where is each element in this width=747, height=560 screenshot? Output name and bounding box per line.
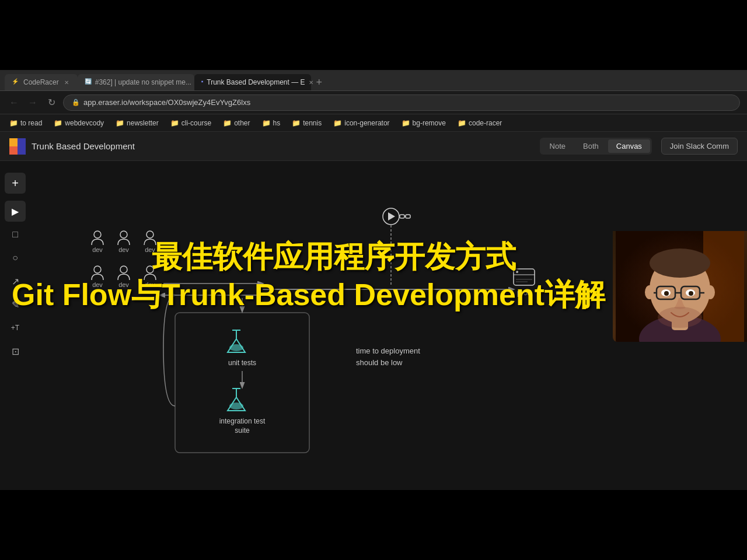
svg-rect-37 [400, 215, 404, 218]
app-logo: Trunk Based Development [9, 138, 135, 155]
svg-point-5 [120, 231, 127, 238]
svg-point-17 [229, 344, 243, 351]
bookmark-to-read[interactable]: 📁 to read [5, 118, 47, 128]
bookmark-label-bg-remove: bg-remove [413, 119, 446, 127]
app-area: Trunk Based Development Note Both Canvas… [0, 132, 747, 490]
back-button[interactable]: ← [7, 96, 21, 110]
tab-eraser[interactable]: ▪ Trunk Based Development — E ✕ [194, 74, 311, 90]
forward-button[interactable]: → [26, 96, 40, 110]
tab-favicon-eraser: ▪ [201, 78, 204, 86]
svg-point-52 [650, 249, 710, 278]
app-title: Trunk Based Development [32, 141, 135, 151]
canvas-area[interactable]: + ▶ □ ○ ↗ ✎ +T ⊡ dev [0, 161, 747, 490]
bookmark-cli-course[interactable]: 📁 cli-course [166, 118, 216, 128]
black-bar-bottom [0, 490, 747, 560]
refresh-button[interactable]: ↻ [44, 96, 58, 110]
svg-point-3 [94, 231, 101, 238]
new-tab-button[interactable]: + [311, 74, 327, 90]
svg-text:integration test: integration test [219, 417, 266, 425]
left-toolbar: + ▶ □ ○ ↗ ✎ +T ⊡ [5, 173, 26, 362]
bookmark-label-icon-gen: icon-generator [344, 119, 389, 127]
webcam-overlay [613, 231, 747, 342]
app-toolbar: Trunk Based Development Note Both Canvas… [0, 132, 747, 161]
overlay-text-line1: 最佳软件应用程序开发方式 [152, 237, 516, 278]
bookmark-bg-remove[interactable]: 📁 bg-remove [397, 118, 451, 128]
tab-coderacer[interactable]: ⚡ CodeRacer ✕ [5, 74, 78, 90]
bookmark-code-racer[interactable]: 📁 code-racer [453, 118, 507, 128]
tab-label-coderacer: CodeRacer [23, 78, 59, 86]
svg-text:dev: dev [92, 246, 103, 253]
bookmark-tennis[interactable]: 📁 tennis [287, 118, 326, 128]
bookmark-label-to-read: to read [20, 119, 42, 127]
view-btn-canvas[interactable]: Canvas [608, 139, 650, 153]
bookmark-label-other: other [234, 119, 250, 127]
browser-window: ⚡ CodeRacer ✕ 🔄 #362] | update no snippe… [0, 70, 747, 490]
tab-favicon-coderacer: ⚡ [12, 78, 20, 86]
webcam-background [613, 231, 747, 342]
text-tool-button[interactable]: +T [5, 317, 26, 338]
tab-label-github: #362] | update no snippet me... [95, 78, 191, 86]
svg-marker-36 [388, 212, 395, 220]
tab-github[interactable]: 🔄 #362] | update no snippet me... ✕ [78, 74, 194, 90]
bookmark-label-code-racer: code-racer [469, 119, 502, 127]
svg-point-21 [229, 402, 243, 410]
bookmark-icon-webdevcody: 📁 [54, 119, 62, 127]
view-btn-both[interactable]: Both [575, 139, 607, 153]
bookmark-icon-gen[interactable]: 📁 icon-generator [329, 118, 394, 128]
bookmark-label-tennis: tennis [303, 119, 322, 127]
tab-close-coderacer[interactable]: ✕ [62, 78, 71, 86]
svg-point-62 [664, 291, 669, 296]
overlay-text-line2: Git Flow与Trunk-Based Development详解 [12, 275, 605, 316]
address-input[interactable]: 🔒 app.eraser.io/workspace/OX0swjeZy4EvYv… [63, 94, 740, 111]
bookmark-other[interactable]: 📁 other [218, 118, 254, 128]
bookmark-newsletter[interactable]: 📁 newsletter [111, 118, 163, 128]
bookmark-icon-tennis: 📁 [292, 119, 301, 127]
bookmark-icon-cli: 📁 [170, 119, 179, 127]
svg-rect-0 [9, 146, 18, 155]
svg-point-63 [689, 291, 693, 296]
bookmark-hs[interactable]: 📁 hs [257, 118, 285, 128]
bookmark-icon-icon-gen: 📁 [333, 119, 342, 127]
frame-tool-button[interactable]: ⊡ [5, 341, 26, 362]
select-tool-button[interactable]: ▶ [5, 201, 26, 222]
bookmark-icon-to-read: 📁 [9, 119, 18, 127]
bookmark-label-webdevcody: webdevcody [65, 119, 104, 127]
tab-label-eraser: Trunk Based Development — E [207, 78, 305, 86]
svg-text:time to deployment: time to deployment [356, 346, 420, 355]
svg-rect-2 [18, 138, 26, 155]
bookmark-icon-code-racer: 📁 [458, 119, 466, 127]
diagram-svg: dev dev dev dev [35, 161, 595, 490]
svg-text:suite: suite [235, 426, 250, 435]
black-bar-top [0, 0, 747, 70]
eraser-logo-icon [9, 138, 26, 155]
svg-rect-1 [9, 138, 18, 146]
add-tool-button[interactable]: + [5, 173, 26, 194]
svg-point-53 [645, 285, 654, 299]
svg-text:dev: dev [118, 246, 129, 253]
view-toggle: Note Both Canvas [540, 138, 652, 155]
circle-tool-button[interactable]: ○ [5, 247, 26, 268]
url-text: app.eraser.io/workspace/OX0swjeZy4EvYvgZ… [83, 98, 250, 107]
svg-point-54 [706, 285, 715, 299]
bookmark-label-hs: hs [273, 119, 281, 127]
join-slack-button[interactable]: Join Slack Comm [661, 138, 738, 155]
bookmark-webdevcody[interactable]: 📁 webdevcody [49, 118, 109, 128]
svg-point-64 [658, 307, 702, 328]
view-btn-note[interactable]: Note [542, 139, 574, 153]
bookmark-icon-bg-remove: 📁 [402, 119, 410, 127]
svg-text:should be low: should be low [356, 358, 403, 367]
webcam-person-svg [616, 231, 744, 342]
tab-bar: ⚡ CodeRacer ✕ 🔄 #362] | update no snippe… [0, 70, 747, 91]
svg-text:unit tests: unit tests [228, 359, 256, 367]
bookmark-icon-hs: 📁 [262, 119, 271, 127]
address-bar: ← → ↻ 🔒 app.eraser.io/workspace/OX0swjeZ… [0, 91, 747, 114]
svg-point-9 [94, 266, 101, 273]
bookmarks-bar: 📁 to read 📁 webdevcody 📁 newsletter 📁 cl… [0, 114, 747, 132]
tab-favicon-github: 🔄 [85, 78, 92, 86]
rectangle-tool-button[interactable]: □ [5, 224, 26, 245]
bookmark-label-cli: cli-course [181, 119, 211, 127]
svg-rect-38 [406, 215, 410, 218]
lock-icon: 🔒 [72, 99, 80, 106]
bookmark-label-newsletter: newsletter [127, 119, 159, 127]
bookmark-icon-other: 📁 [223, 119, 232, 127]
